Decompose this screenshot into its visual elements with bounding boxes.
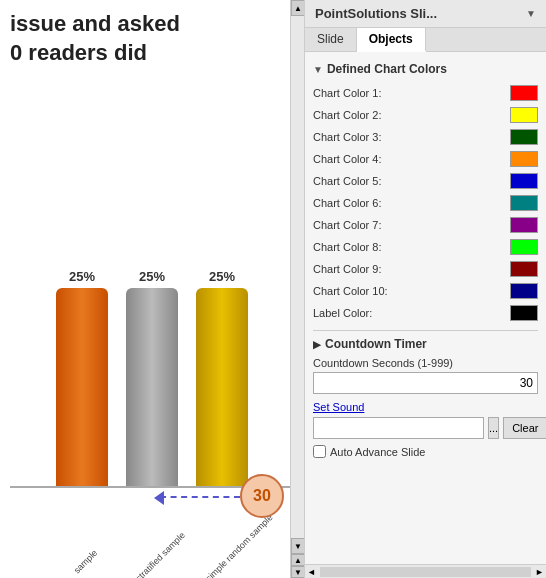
tab-slide[interactable]: Slide [305, 28, 357, 51]
arrow-line [160, 496, 240, 498]
color-row-2: Chart Color 2: [313, 104, 538, 126]
scroll-down-btn[interactable]: ▼ [291, 538, 305, 554]
color-row-6: Chart Color 6: [313, 192, 538, 214]
bar-2 [126, 288, 178, 488]
set-sound-label[interactable]: Set Sound [313, 401, 364, 413]
countdown-circle: 30 [240, 474, 284, 518]
bar-1 [56, 288, 108, 488]
chart-text-line2: 0 readers did [10, 39, 180, 68]
chart-colors-header: ▼ Defined Chart Colors [313, 62, 538, 76]
color-label-3: Chart Color 3: [313, 131, 510, 143]
color-row-label: Label Color: [313, 302, 538, 324]
color-label-9: Chart Color 9: [313, 263, 510, 275]
color-label-6: Chart Color 6: [313, 197, 510, 209]
countdown-triangle: ▶ [313, 339, 321, 350]
scroll-left-btn[interactable]: ◄ [305, 567, 318, 577]
color-swatch-9[interactable] [510, 261, 538, 277]
color-swatch-7[interactable] [510, 217, 538, 233]
panel-header: PointSolutions Sli... ▼ [305, 0, 546, 28]
color-swatch-4[interactable] [510, 151, 538, 167]
bar-group-1: 25% [56, 269, 108, 488]
arrow-head [154, 491, 164, 505]
color-label-1: Chart Color 1: [313, 87, 510, 99]
chart-colors-title: Defined Chart Colors [327, 62, 447, 76]
color-swatch-6[interactable] [510, 195, 538, 211]
bar-3 [196, 288, 248, 488]
bar-group-2: 25% [126, 269, 178, 488]
panel-title: PointSolutions Sli... [315, 6, 522, 21]
color-label-8: Chart Color 8: [313, 241, 510, 253]
color-swatch-1[interactable] [510, 85, 538, 101]
panel-content: ▼ Defined Chart Colors Chart Color 1: Ch… [305, 52, 546, 564]
seconds-input[interactable] [313, 372, 538, 394]
chart-area: 25% 25% 25% [10, 188, 294, 488]
auto-advance-checkbox[interactable] [313, 445, 326, 458]
color-label-label: Label Color: [313, 307, 510, 319]
bar-label-top-3: 25% [209, 269, 235, 284]
color-swatch-2[interactable] [510, 107, 538, 123]
auto-advance-row: Auto Advance Slide [313, 445, 538, 458]
scroll-up-btn[interactable]: ▲ [291, 0, 305, 16]
color-row-8: Chart Color 8: [313, 236, 538, 258]
h-scroll-track[interactable] [320, 567, 531, 577]
color-row-10: Chart Color 10: [313, 280, 538, 302]
number-input-row [313, 372, 538, 394]
color-label-4: Chart Color 4: [313, 153, 510, 165]
color-row-5: Chart Color 5: [313, 170, 538, 192]
color-row-9: Chart Color 9: [313, 258, 538, 280]
chart-text-line1: issue and asked [10, 10, 180, 39]
scroll-extra-1[interactable]: ▲ [291, 554, 305, 566]
auto-advance-label: Auto Advance Slide [330, 446, 425, 458]
sound-input[interactable] [313, 417, 484, 439]
color-swatch-5[interactable] [510, 173, 538, 189]
color-row-7: Chart Color 7: [313, 214, 538, 236]
color-swatch-3[interactable] [510, 129, 538, 145]
browse-button[interactable]: ... [488, 417, 499, 439]
color-label-7: Chart Color 7: [313, 219, 510, 231]
color-swatch-label[interactable] [510, 305, 538, 321]
seconds-field-label: Countdown Seconds (1-999) [313, 357, 538, 369]
bar-bottom-label-1: sample [64, 540, 108, 578]
scroll-extra-2[interactable]: ▼ [291, 566, 305, 578]
chart-text: issue and asked 0 readers did [10, 10, 180, 67]
bar-label-top-2: 25% [139, 269, 165, 284]
color-row-4: Chart Color 4: [313, 148, 538, 170]
countdown-section-header: ▶ Countdown Timer [313, 337, 538, 351]
panel-dropdown-arrow[interactable]: ▼ [526, 8, 536, 19]
color-label-10: Chart Color 10: [313, 285, 510, 297]
scroll-right-btn[interactable]: ► [533, 567, 546, 577]
color-swatch-10[interactable] [510, 283, 538, 299]
left-scrollbar: ▲ ▼ ▲ ▼ [290, 0, 304, 578]
panel-tabs: Slide Objects [305, 28, 546, 52]
bar-group-3: 25% [196, 269, 248, 488]
color-swatch-8[interactable] [510, 239, 538, 255]
bar-labels: sample stratified sample simple random s… [0, 550, 304, 568]
bar-bottom-label-3: simple random sample [204, 540, 248, 578]
section-divider [313, 330, 538, 331]
bottom-scrollbar: ◄ ► [305, 564, 546, 578]
countdown-circle-value: 30 [253, 487, 271, 505]
color-label-5: Chart Color 5: [313, 175, 510, 187]
tab-objects[interactable]: Objects [357, 28, 426, 52]
color-label-2: Chart Color 2: [313, 109, 510, 121]
bar-label-top-1: 25% [69, 269, 95, 284]
bar-bottom-label-2: stratified sample [134, 540, 178, 578]
countdown-title: Countdown Timer [325, 337, 427, 351]
color-row-3: Chart Color 3: [313, 126, 538, 148]
countdown-section: ▶ Countdown Timer Countdown Seconds (1-9… [313, 337, 538, 458]
sound-row: ... Clear [313, 417, 538, 439]
clear-button[interactable]: Clear [503, 417, 546, 439]
right-panel: PointSolutions Sli... ▼ Slide Objects ▼ … [305, 0, 546, 578]
color-row-1: Chart Color 1: [313, 82, 538, 104]
chart-panel: issue and asked 0 readers did 25% 25% 25… [0, 0, 305, 578]
chart-colors-triangle: ▼ [313, 64, 323, 75]
